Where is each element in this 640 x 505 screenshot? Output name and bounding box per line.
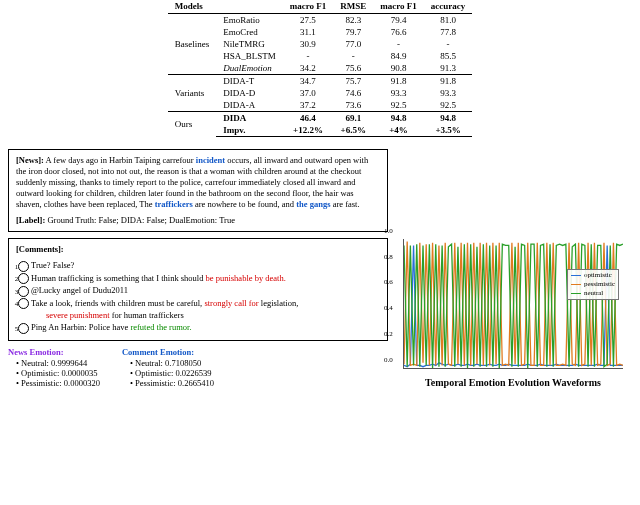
- emotion-chart: 0.00.20.40.60.81.0 optimistic pessimisti…: [403, 239, 623, 369]
- comment-emotion-title: Comment Emotion:: [122, 347, 214, 357]
- cell: 92.5: [373, 99, 424, 112]
- th-models: Models: [168, 0, 283, 14]
- cell: 75.7: [333, 75, 373, 88]
- th-macrof1: macro F1: [283, 0, 334, 14]
- comment-item: 1True? False?: [32, 260, 380, 272]
- model-name: EmoRatio: [216, 14, 283, 27]
- hl-gangs: the gangs: [296, 199, 330, 209]
- news-emotion: News Emotion: Neutral: 0.9999644Optimist…: [8, 347, 100, 388]
- cell: 84.9: [373, 50, 424, 62]
- news-text: A few days ago in Harbin Taiping carrefo…: [44, 155, 196, 165]
- model-name: DIDA: [216, 112, 283, 125]
- cell: 81.0: [424, 14, 472, 27]
- comment-item: 4Take a look, friends with children must…: [32, 298, 380, 310]
- th-macrof1b: macro F1: [373, 0, 424, 14]
- emotion-row: Optimistic: 0.0226539: [130, 368, 214, 378]
- cell: 79.7: [333, 26, 373, 38]
- model-name: DIDA-A: [216, 99, 283, 112]
- cell: 92.5: [424, 99, 472, 112]
- model-name: NileTMRG: [216, 38, 283, 50]
- hl-traffickers: traffickers: [155, 199, 193, 209]
- results-table: Models macro F1 RMSE macro F1 accuracy B…: [168, 0, 473, 137]
- cell: +3.5%: [424, 124, 472, 137]
- cell: 79.4: [373, 14, 424, 27]
- comment-emotion: Comment Emotion: Neutral: 0.7108050Optim…: [122, 347, 214, 388]
- comment-item: 5Ping An Harbin: Police have refuted the…: [32, 322, 380, 334]
- emotion-row: Pessimistic: 0.0000320: [16, 378, 100, 388]
- cell: 77.8: [424, 26, 472, 38]
- chart-legend: optimistic pessimistic neutral: [567, 269, 619, 300]
- cell: 74.6: [333, 87, 373, 99]
- cell: 31.1: [283, 26, 334, 38]
- cell: +4%: [373, 124, 424, 137]
- cell: 94.8: [424, 112, 472, 125]
- comment-item: 3@Lucky angel of Dudu2011: [32, 285, 380, 297]
- de-label: DualEmotion:: [169, 215, 217, 225]
- cell: 34.7: [283, 75, 334, 88]
- label-label: [Label]:: [16, 215, 45, 225]
- cell: 93.3: [373, 87, 424, 99]
- dida-label: DIDA:: [121, 215, 145, 225]
- cell: 37.0: [283, 87, 334, 99]
- model-name: DIDA-D: [216, 87, 283, 99]
- cell: 93.3: [424, 87, 472, 99]
- cell: 90.8: [373, 62, 424, 75]
- chart-title: Temporal Emotion Evolution Waveforms: [425, 377, 601, 388]
- gt-label: Ground Truth:: [47, 215, 96, 225]
- hl-incident: incident: [196, 155, 225, 165]
- cell: 91.3: [424, 62, 472, 75]
- cell: +12.2%: [283, 124, 334, 137]
- cell: 76.6: [373, 26, 424, 38]
- cell: +6.5%: [333, 124, 373, 137]
- cell: 94.8: [373, 112, 424, 125]
- cell: 46.4: [283, 112, 334, 125]
- th-acc: accuracy: [424, 0, 472, 14]
- cell: -: [333, 50, 373, 62]
- news-label: [News]:: [16, 155, 44, 165]
- group-label: Ours: [168, 112, 217, 137]
- cell: 34.2: [283, 62, 334, 75]
- cell: 37.2: [283, 99, 334, 112]
- cell: -: [283, 50, 334, 62]
- model-name: Impv.: [216, 124, 283, 137]
- cell: 73.6: [333, 99, 373, 112]
- cell: 27.5: [283, 14, 334, 27]
- cell: 91.8: [373, 75, 424, 88]
- results-table-wrap: Models macro F1 RMSE macro F1 accuracy B…: [0, 0, 640, 143]
- comments-label: [Comments]:: [16, 244, 64, 254]
- series-neutral: [404, 244, 623, 368]
- cell: 30.9: [283, 38, 334, 50]
- cell: 91.8: [424, 75, 472, 88]
- comment-item: 2Human trafficking is something that I t…: [32, 273, 380, 285]
- news-emotion-title: News Emotion:: [8, 347, 100, 357]
- model-name: DualEmotion: [216, 62, 283, 75]
- emotion-row: Pessimistic: 0.2665410: [130, 378, 214, 388]
- cell: -: [373, 38, 424, 50]
- model-name: EmoCred: [216, 26, 283, 38]
- th-rmse: RMSE: [333, 0, 373, 14]
- group-label: Baselines: [168, 14, 217, 75]
- cell: 75.6: [333, 62, 373, 75]
- cell: 77.0: [333, 38, 373, 50]
- group-label: Variants: [168, 75, 217, 112]
- cell: 82.3: [333, 14, 373, 27]
- emotion-row: Optimistic: 0.0000035: [16, 368, 100, 378]
- emotion-readout: News Emotion: Neutral: 0.9999644Optimist…: [8, 347, 388, 388]
- emotion-row: Neutral: 0.7108050: [130, 358, 214, 368]
- model-name: HSA_BLSTM: [216, 50, 283, 62]
- cell: 69.1: [333, 112, 373, 125]
- cell: -: [424, 38, 472, 50]
- comment-item: severe punishment for human traffickers: [46, 310, 380, 321]
- comments-box: [Comments]: 1True? False?2Human traffick…: [8, 238, 388, 340]
- news-box: [News]: A few days ago in Harbin Taiping…: [8, 149, 388, 232]
- cell: 85.5: [424, 50, 472, 62]
- emotion-row: Neutral: 0.9999644: [16, 358, 100, 368]
- model-name: DIDA-T: [216, 75, 283, 88]
